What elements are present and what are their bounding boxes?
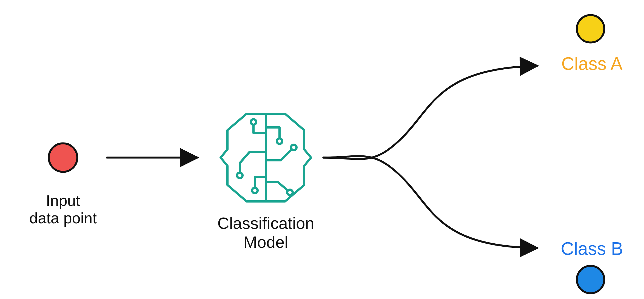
arrow-model-to-class-a [323,66,537,159]
class-b-label: Class B [548,238,636,259]
class-a-label: Class A [548,53,636,74]
diagram-canvas: Input data point Classification Model Cl… [0,0,644,299]
class-b-dot [577,266,604,293]
svg-point-2 [237,173,243,178]
svg-point-1 [251,119,256,125]
model-label: Classification Model [197,214,334,252]
input-label-line2: data point [29,209,97,227]
svg-point-3 [252,188,258,193]
svg-point-6 [287,190,293,195]
brain-icon [221,114,311,201]
svg-point-4 [277,138,282,144]
connections-layer [0,0,644,299]
arrow-model-to-class-b [323,156,537,248]
input-label: Input data point [8,192,118,227]
model-label-line1: Classification [217,214,314,232]
svg-point-5 [291,145,297,150]
model-label-line2: Model [243,233,288,251]
input-label-line1: Input [46,192,80,209]
class-a-dot [577,15,604,42]
input-dot [49,143,77,172]
